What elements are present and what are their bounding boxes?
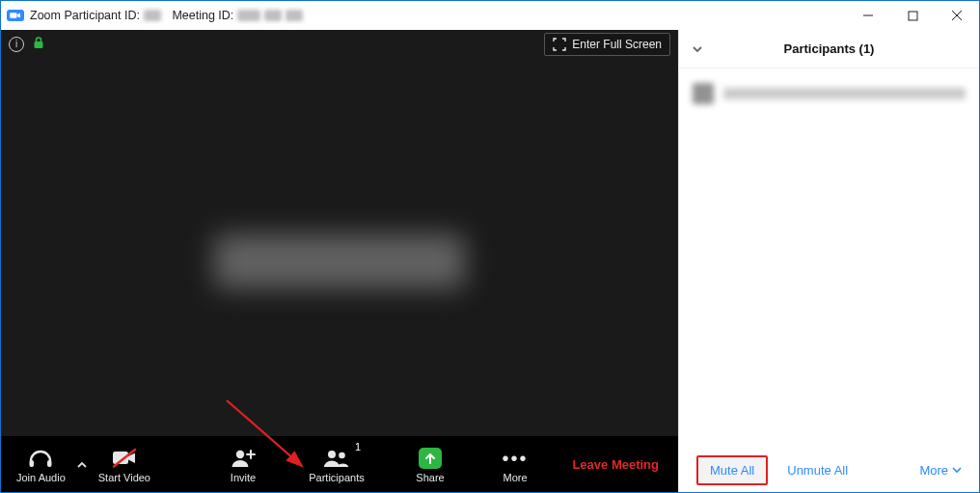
meeting-id-redacted-2: [264, 10, 282, 21]
participants-panel: Participants (1) Mute All Unmute All Mor…: [678, 30, 979, 492]
more-button[interactable]: ••• More: [484, 437, 546, 492]
leave-meeting-button[interactable]: Leave Meeting: [572, 457, 670, 472]
chevron-down-icon: [952, 465, 962, 475]
svg-point-15: [328, 451, 336, 458]
meeting-toolbar: Join Audio Start Video: [1, 436, 678, 492]
join-audio-button[interactable]: Join Audio: [9, 437, 73, 492]
share-button[interactable]: Share: [399, 437, 461, 492]
svg-rect-1: [10, 13, 16, 18]
participants-more-button[interactable]: More: [919, 463, 962, 478]
zoom-app-icon: [7, 7, 24, 24]
audio-options-caret[interactable]: [73, 437, 91, 492]
headphones-icon: [27, 447, 54, 470]
close-button[interactable]: [935, 1, 979, 30]
meeting-id-label: Meeting ID:: [172, 9, 233, 22]
info-icon[interactable]: i: [9, 37, 24, 52]
unmute-all-button[interactable]: Unmute All: [787, 463, 848, 478]
invite-person-plus-icon: [230, 447, 257, 470]
svg-rect-3: [909, 12, 917, 20]
participants-people-icon: [322, 447, 351, 470]
collapse-panel-chevron[interactable]: [691, 42, 704, 56]
minimize-button[interactable]: [846, 1, 890, 30]
participant-row-redacted[interactable]: [693, 78, 966, 109]
participants-count-badge: 1: [355, 441, 361, 452]
fullscreen-label: Enter Full Screen: [572, 38, 662, 51]
share-screen-icon: [419, 448, 442, 469]
participant-id-label: Zoom Participant ID:: [30, 9, 140, 22]
fullscreen-icon: [553, 38, 566, 51]
participant-id-redacted: [144, 10, 161, 21]
svg-rect-6: [35, 41, 43, 48]
invite-button[interactable]: Invite: [212, 437, 274, 492]
enter-fullscreen-button[interactable]: Enter Full Screen: [544, 33, 670, 56]
window-titlebar: Zoom Participant ID: Meeting ID:: [1, 1, 979, 30]
maximize-button[interactable]: [890, 1, 935, 30]
start-video-button[interactable]: Start Video: [91, 437, 158, 492]
svg-point-16: [339, 452, 345, 458]
svg-rect-9: [47, 460, 52, 467]
title-text: Zoom Participant ID: Meeting ID:: [30, 9, 303, 22]
more-dots-icon: •••: [502, 447, 528, 470]
svg-point-12: [236, 450, 244, 457]
meeting-video-area: i: [1, 30, 678, 492]
participant-name-redacted: [723, 88, 966, 99]
participants-button[interactable]: 1 Participants: [297, 437, 376, 492]
meeting-id-redacted-1: [237, 10, 260, 21]
avatar: [693, 83, 714, 104]
video-off-icon: [111, 447, 138, 470]
participants-panel-header: Participants (1): [679, 30, 979, 68]
participants-panel-title: Participants (1): [784, 41, 875, 56]
mute-all-button[interactable]: Mute All: [696, 455, 768, 485]
window-controls: [846, 1, 979, 30]
encryption-lock-icon: [32, 36, 45, 53]
participants-panel-footer: Mute All Unmute All More: [679, 448, 979, 492]
svg-rect-8: [30, 460, 35, 467]
meeting-id-redacted-3: [286, 10, 303, 21]
